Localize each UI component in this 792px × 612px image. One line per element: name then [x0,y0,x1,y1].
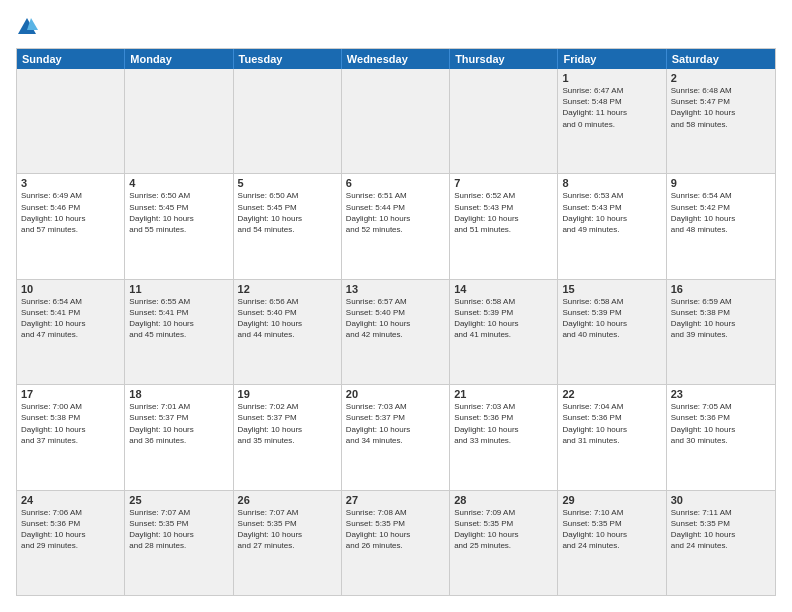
day-info: Sunrise: 6:51 AM Sunset: 5:44 PM Dayligh… [346,190,445,235]
weekday-header-friday: Friday [558,49,666,69]
cal-cell-r0-c0 [17,69,125,173]
cal-cell-r0-c2 [234,69,342,173]
day-number: 8 [562,177,661,189]
day-number: 9 [671,177,771,189]
day-number: 7 [454,177,553,189]
day-number: 21 [454,388,553,400]
calendar-row-0: 1Sunrise: 6:47 AM Sunset: 5:48 PM Daylig… [17,69,775,174]
page: SundayMondayTuesdayWednesdayThursdayFrid… [0,0,792,612]
day-number: 28 [454,494,553,506]
day-info: Sunrise: 6:55 AM Sunset: 5:41 PM Dayligh… [129,296,228,341]
day-number: 19 [238,388,337,400]
day-info: Sunrise: 7:00 AM Sunset: 5:38 PM Dayligh… [21,401,120,446]
day-number: 2 [671,72,771,84]
cal-cell-r0-c6: 2Sunrise: 6:48 AM Sunset: 5:47 PM Daylig… [667,69,775,173]
day-info: Sunrise: 7:07 AM Sunset: 5:35 PM Dayligh… [129,507,228,552]
calendar-row-4: 24Sunrise: 7:06 AM Sunset: 5:36 PM Dayli… [17,491,775,595]
day-number: 18 [129,388,228,400]
day-info: Sunrise: 6:48 AM Sunset: 5:47 PM Dayligh… [671,85,771,130]
cal-cell-r4-c4: 28Sunrise: 7:09 AM Sunset: 5:35 PM Dayli… [450,491,558,595]
weekday-header-thursday: Thursday [450,49,558,69]
day-info: Sunrise: 6:53 AM Sunset: 5:43 PM Dayligh… [562,190,661,235]
day-info: Sunrise: 6:52 AM Sunset: 5:43 PM Dayligh… [454,190,553,235]
day-info: Sunrise: 7:05 AM Sunset: 5:36 PM Dayligh… [671,401,771,446]
weekday-header-sunday: Sunday [17,49,125,69]
day-number: 24 [21,494,120,506]
cal-cell-r2-c1: 11Sunrise: 6:55 AM Sunset: 5:41 PM Dayli… [125,280,233,384]
day-number: 6 [346,177,445,189]
day-number: 13 [346,283,445,295]
day-info: Sunrise: 6:58 AM Sunset: 5:39 PM Dayligh… [454,296,553,341]
cal-cell-r0-c4 [450,69,558,173]
day-info: Sunrise: 7:07 AM Sunset: 5:35 PM Dayligh… [238,507,337,552]
day-number: 25 [129,494,228,506]
weekday-header-tuesday: Tuesday [234,49,342,69]
cal-cell-r4-c6: 30Sunrise: 7:11 AM Sunset: 5:35 PM Dayli… [667,491,775,595]
day-number: 3 [21,177,120,189]
cal-cell-r2-c4: 14Sunrise: 6:58 AM Sunset: 5:39 PM Dayli… [450,280,558,384]
weekday-header-monday: Monday [125,49,233,69]
day-info: Sunrise: 6:50 AM Sunset: 5:45 PM Dayligh… [238,190,337,235]
cal-cell-r1-c1: 4Sunrise: 6:50 AM Sunset: 5:45 PM Daylig… [125,174,233,278]
weekday-header-saturday: Saturday [667,49,775,69]
day-info: Sunrise: 7:08 AM Sunset: 5:35 PM Dayligh… [346,507,445,552]
cal-cell-r0-c3 [342,69,450,173]
day-number: 29 [562,494,661,506]
day-number: 26 [238,494,337,506]
day-number: 14 [454,283,553,295]
cal-cell-r3-c6: 23Sunrise: 7:05 AM Sunset: 5:36 PM Dayli… [667,385,775,489]
header [16,16,776,38]
cal-cell-r0-c5: 1Sunrise: 6:47 AM Sunset: 5:48 PM Daylig… [558,69,666,173]
day-info: Sunrise: 7:01 AM Sunset: 5:37 PM Dayligh… [129,401,228,446]
day-number: 30 [671,494,771,506]
day-number: 12 [238,283,337,295]
day-info: Sunrise: 7:11 AM Sunset: 5:35 PM Dayligh… [671,507,771,552]
cal-cell-r3-c4: 21Sunrise: 7:03 AM Sunset: 5:36 PM Dayli… [450,385,558,489]
day-number: 1 [562,72,661,84]
cal-cell-r4-c0: 24Sunrise: 7:06 AM Sunset: 5:36 PM Dayli… [17,491,125,595]
logo-icon [16,16,38,38]
day-info: Sunrise: 6:57 AM Sunset: 5:40 PM Dayligh… [346,296,445,341]
day-number: 22 [562,388,661,400]
cal-cell-r4-c2: 26Sunrise: 7:07 AM Sunset: 5:35 PM Dayli… [234,491,342,595]
calendar-row-1: 3Sunrise: 6:49 AM Sunset: 5:46 PM Daylig… [17,174,775,279]
cal-cell-r4-c3: 27Sunrise: 7:08 AM Sunset: 5:35 PM Dayli… [342,491,450,595]
cal-cell-r1-c4: 7Sunrise: 6:52 AM Sunset: 5:43 PM Daylig… [450,174,558,278]
day-info: Sunrise: 6:56 AM Sunset: 5:40 PM Dayligh… [238,296,337,341]
day-info: Sunrise: 6:54 AM Sunset: 5:42 PM Dayligh… [671,190,771,235]
cal-cell-r2-c6: 16Sunrise: 6:59 AM Sunset: 5:38 PM Dayli… [667,280,775,384]
cal-cell-r3-c1: 18Sunrise: 7:01 AM Sunset: 5:37 PM Dayli… [125,385,233,489]
day-info: Sunrise: 7:03 AM Sunset: 5:37 PM Dayligh… [346,401,445,446]
cal-cell-r4-c1: 25Sunrise: 7:07 AM Sunset: 5:35 PM Dayli… [125,491,233,595]
cal-cell-r3-c0: 17Sunrise: 7:00 AM Sunset: 5:38 PM Dayli… [17,385,125,489]
day-info: Sunrise: 7:04 AM Sunset: 5:36 PM Dayligh… [562,401,661,446]
day-number: 20 [346,388,445,400]
day-number: 23 [671,388,771,400]
day-info: Sunrise: 6:59 AM Sunset: 5:38 PM Dayligh… [671,296,771,341]
cal-cell-r1-c6: 9Sunrise: 6:54 AM Sunset: 5:42 PM Daylig… [667,174,775,278]
day-number: 27 [346,494,445,506]
calendar: SundayMondayTuesdayWednesdayThursdayFrid… [16,48,776,596]
day-info: Sunrise: 7:06 AM Sunset: 5:36 PM Dayligh… [21,507,120,552]
cal-cell-r3-c5: 22Sunrise: 7:04 AM Sunset: 5:36 PM Dayli… [558,385,666,489]
day-info: Sunrise: 7:10 AM Sunset: 5:35 PM Dayligh… [562,507,661,552]
day-number: 17 [21,388,120,400]
cal-cell-r1-c3: 6Sunrise: 6:51 AM Sunset: 5:44 PM Daylig… [342,174,450,278]
day-number: 11 [129,283,228,295]
cal-cell-r2-c3: 13Sunrise: 6:57 AM Sunset: 5:40 PM Dayli… [342,280,450,384]
day-number: 16 [671,283,771,295]
day-info: Sunrise: 6:49 AM Sunset: 5:46 PM Dayligh… [21,190,120,235]
cal-cell-r2-c5: 15Sunrise: 6:58 AM Sunset: 5:39 PM Dayli… [558,280,666,384]
day-info: Sunrise: 7:02 AM Sunset: 5:37 PM Dayligh… [238,401,337,446]
cal-cell-r3-c3: 20Sunrise: 7:03 AM Sunset: 5:37 PM Dayli… [342,385,450,489]
cal-cell-r2-c0: 10Sunrise: 6:54 AM Sunset: 5:41 PM Dayli… [17,280,125,384]
cal-cell-r1-c2: 5Sunrise: 6:50 AM Sunset: 5:45 PM Daylig… [234,174,342,278]
cal-cell-r3-c2: 19Sunrise: 7:02 AM Sunset: 5:37 PM Dayli… [234,385,342,489]
calendar-header: SundayMondayTuesdayWednesdayThursdayFrid… [17,49,775,69]
day-number: 15 [562,283,661,295]
day-number: 10 [21,283,120,295]
calendar-row-2: 10Sunrise: 6:54 AM Sunset: 5:41 PM Dayli… [17,280,775,385]
day-number: 5 [238,177,337,189]
cal-cell-r1-c0: 3Sunrise: 6:49 AM Sunset: 5:46 PM Daylig… [17,174,125,278]
calendar-body: 1Sunrise: 6:47 AM Sunset: 5:48 PM Daylig… [17,69,775,595]
